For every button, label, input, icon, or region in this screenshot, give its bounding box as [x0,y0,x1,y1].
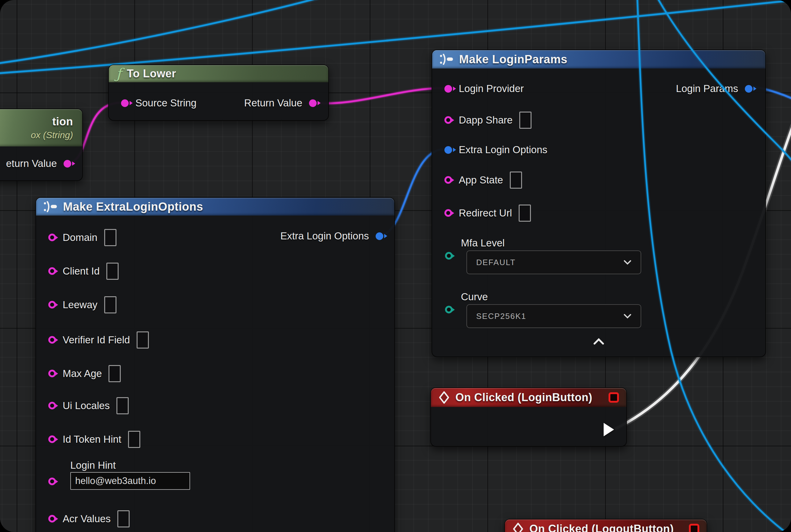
dapp-share-checkbox[interactable] [519,112,532,129]
pin-label: Extra Login Options [280,230,369,242]
redirect-url-input-pin[interactable] [444,209,452,217]
app-state-checkbox[interactable] [510,172,522,189]
pin-row: eturn Value [6,157,71,170]
id-token-hint-checkbox[interactable] [128,431,140,448]
verifier-id-field-input-pin[interactable] [48,336,56,344]
node-to-lower-header[interactable]: ƒ To Lower [109,65,328,82]
node-make-extra-login-options-header[interactable]: Make ExtraLoginOptions [36,198,394,215]
exec-output-pin[interactable] [604,423,614,436]
wire-string-tolower-to-loginprovider[interactable] [314,88,444,103]
pin-label: Id Token Hint [63,434,121,445]
redirect-url-checkbox[interactable] [519,205,531,222]
node-title: Make LoginParams [459,53,567,66]
node-on-clicked-logout-button[interactable]: On Clicked (LogoutButton) [504,519,707,532]
pin-row: Login Params [676,82,752,95]
node-get-selected-option[interactable]: tion ox (String) eturn Value [0,109,83,181]
pin-row: Acr Values [48,510,130,527]
pin-row: Ui Locales [48,397,129,414]
curve-label: Curve [461,291,488,303]
pin-label: Login Hint [70,459,116,471]
client-id-input-pin[interactable] [48,267,56,275]
pin-label: Login Params [676,83,738,94]
pin-label: Return Value [244,97,302,109]
pin-label: Login Provider [459,83,524,94]
max-age-checkbox[interactable] [109,365,121,382]
blueprint-canvas[interactable]: tion ox (String) eturn Value ƒ To Lower … [0,0,791,532]
leeway-checkbox[interactable] [104,296,116,314]
return-value-output-pin[interactable] [63,160,71,168]
pin-label: Client Id [63,265,100,277]
acr-values-checkbox[interactable] [117,510,130,527]
pin-label: Ui Locales [63,400,110,412]
curve-input-pin[interactable] [445,306,453,314]
node-make-login-params-header[interactable]: Make LoginParams [432,50,765,69]
event-diamond-icon [512,522,524,532]
mfa-level-label: Mfa Level [461,237,505,249]
ui-locales-checkbox[interactable] [116,397,129,414]
chevron-down-icon [623,314,632,319]
extra-login-options-input-pin[interactable] [444,146,452,154]
source-string-input-pin[interactable] [121,99,129,107]
node-to-lower[interactable]: ƒ To Lower Source String Return Value [108,64,329,121]
pin-row: Client Id [48,262,119,280]
dropdown-value: SECP256K1 [476,311,526,321]
chevron-up-icon [593,338,604,345]
node-title: To Lower [127,67,176,80]
pin-label: Acr Values [63,513,111,525]
max-age-input-pin[interactable] [48,369,56,377]
verifier-id-field-checkbox[interactable] [137,331,149,348]
chevron-down-icon [623,260,632,265]
pin-row: Return Value [244,97,317,109]
pin-row: Source String [121,97,196,109]
dapp-share-input-pin[interactable] [444,116,452,124]
domain-input-pin[interactable] [48,233,56,241]
pin-row: Dapp Share [444,111,532,129]
pin-row: Extra Login Options [280,230,383,242]
pin-row: App State [444,171,522,189]
pin-label: Leeway [63,299,97,311]
client-id-checkbox[interactable] [107,263,119,280]
pin-row: Leeway [48,296,116,314]
mfa-level-input-pin[interactable] [445,252,453,260]
ui-locales-input-pin[interactable] [48,402,56,410]
pin-label: Domain [63,232,97,243]
domain-checkbox[interactable] [104,229,116,246]
curve-dropdown[interactable]: SECP256K1 [466,304,641,328]
pin-label: Extra Login Options [459,144,547,156]
pin-label: Source String [135,97,196,109]
event-bound-icon [609,392,619,403]
pin-row: Verifier Id Field [48,331,149,348]
collapse-node-button[interactable] [593,338,604,346]
pin-row: Id Token Hint [48,431,140,448]
login-params-output-pin[interactable] [745,85,752,93]
login-provider-input-pin[interactable] [444,85,452,93]
node-subtitle: ox (String) [31,130,73,140]
pin-label: Dapp Share [459,114,513,126]
pin-row: Domain [48,229,116,246]
node-title: On Clicked (LogoutButton) [529,522,674,532]
node-make-login-params[interactable]: Make LoginParams Login Params Login Prov… [431,50,766,357]
login-hint-input-pin[interactable] [48,478,56,485]
return-value-output-pin[interactable] [309,99,317,107]
event-diamond-icon [438,391,450,404]
wire-long-top-a[interactable] [0,0,325,63]
leeway-input-pin[interactable] [48,301,56,308]
function-icon: ƒ [116,66,121,81]
node-on-clicked-login-button-header[interactable]: On Clicked (LoginButton) [431,388,626,407]
extra-login-options-output-pin[interactable] [375,232,383,240]
app-state-input-pin[interactable] [444,176,452,184]
make-struct-icon [43,201,57,212]
make-struct-icon [440,54,454,65]
mfa-level-dropdown[interactable]: DEFAULT [466,250,641,274]
pin-row: Extra Login Options [444,144,547,156]
acr-values-input-pin[interactable] [48,515,56,522]
pin-label: Max Age [63,368,102,379]
node-on-clicked-login-button[interactable]: On Clicked (LoginButton) [430,387,627,447]
event-bound-icon [689,524,699,532]
login-hint-input[interactable] [70,472,190,490]
node-make-extra-login-options[interactable]: Make ExtraLoginOptions Extra Login Optio… [36,197,395,532]
id-token-hint-input-pin[interactable] [48,435,56,443]
node-get-selected-option-header[interactable]: tion ox (String) [0,109,82,147]
node-on-clicked-logout-button-header[interactable]: On Clicked (LogoutButton) [505,519,707,532]
pin-row: Max Age [48,365,121,382]
